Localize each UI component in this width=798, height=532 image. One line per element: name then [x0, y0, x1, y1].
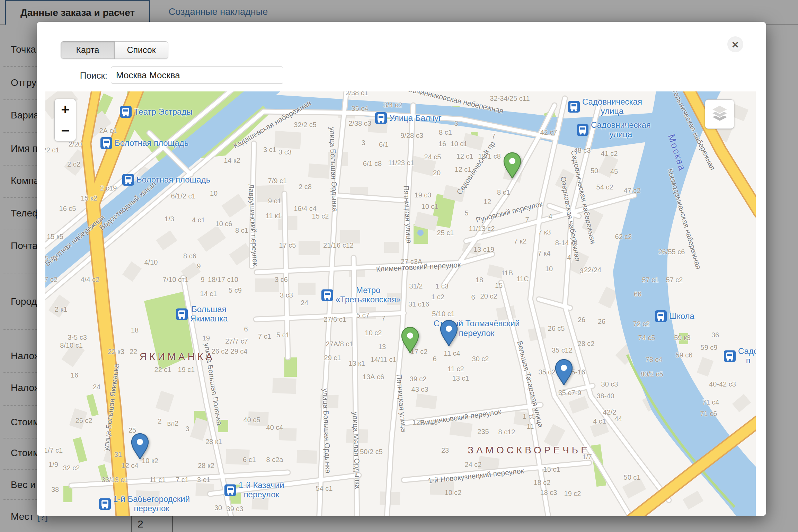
zoom-control: + − — [54, 99, 76, 141]
layers-button[interactable] — [705, 99, 734, 129]
search-label: Поиск: — [66, 66, 107, 85]
toggle-map-button[interactable]: Карта — [61, 42, 115, 59]
toggle-list-button[interactable]: Список — [115, 42, 168, 59]
layers-icon — [711, 105, 728, 123]
close-icon[interactable]: × — [727, 36, 743, 52]
zoom-out-button[interactable]: − — [55, 120, 76, 141]
map-base-tiles — [45, 91, 756, 516]
map-picker-modal: × Карта Список Поиск: — [37, 22, 766, 516]
search-input[interactable] — [111, 66, 283, 84]
map-canvas[interactable]: 2А с12/2022 с12 с22 с1915 к216 с515 к55 … — [45, 91, 756, 516]
view-toggle: Карта Список — [61, 41, 168, 59]
zoom-in-button[interactable]: + — [55, 99, 76, 120]
